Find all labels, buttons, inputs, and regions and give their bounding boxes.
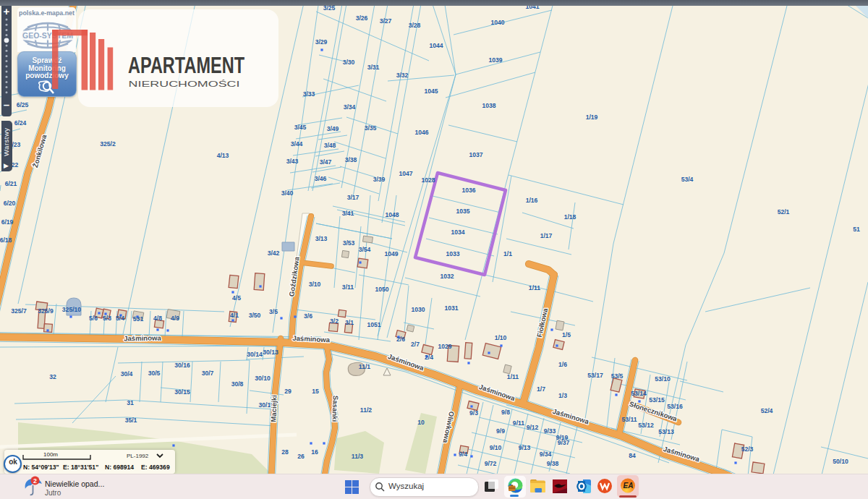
svg-text:1035: 1035 [456, 208, 469, 215]
svg-text:1030: 1030 [411, 306, 425, 313]
svg-text:1048: 1048 [385, 211, 399, 218]
svg-text:53/13: 53/13 [658, 428, 674, 435]
svg-text:1/6: 1/6 [558, 361, 567, 368]
svg-text:50/10: 50/10 [833, 458, 848, 465]
svg-text:30/13: 30/13 [263, 349, 278, 356]
svg-text:1029: 1029 [438, 343, 451, 350]
svg-text:1/10: 1/10 [495, 334, 507, 341]
svg-text:3/10: 3/10 [309, 281, 321, 288]
svg-text:30/7: 30/7 [202, 370, 214, 377]
svg-text:2/4: 2/4 [425, 354, 433, 361]
svg-text:6/19: 6/19 [1, 218, 14, 226]
svg-text:3/33: 3/33 [303, 90, 315, 98]
svg-text:3/29: 3/29 [315, 38, 328, 46]
svg-text:32: 32 [49, 373, 56, 380]
svg-text:53/11: 53/11 [621, 416, 637, 423]
svg-text:52/3: 52/3 [741, 445, 754, 453]
svg-text:1032: 1032 [440, 273, 454, 280]
svg-text:4/8: 4/8 [153, 315, 162, 322]
svg-text:1/1: 1/1 [503, 250, 512, 257]
svg-text:1047: 1047 [399, 170, 412, 177]
svg-text:30/5: 30/5 [148, 370, 161, 377]
svg-text:2/7: 2/7 [411, 341, 420, 348]
svg-text:3/54: 3/54 [359, 246, 371, 253]
svg-text:3/31: 3/31 [367, 64, 380, 71]
svg-text:6/18: 6/18 [0, 236, 12, 244]
svg-text:1/19: 1/19 [586, 114, 598, 121]
svg-text:3/13: 3/13 [315, 235, 328, 242]
svg-text:53/12: 53/12 [638, 422, 654, 429]
svg-text:9/4: 9/4 [459, 451, 467, 458]
svg-text:3/35: 3/35 [365, 124, 377, 132]
svg-text:1034: 1034 [451, 229, 464, 236]
svg-text:1050: 1050 [375, 286, 388, 293]
svg-text:5/6: 5/6 [89, 315, 98, 322]
svg-text:9/33: 9/33 [544, 427, 556, 435]
svg-text:3/45: 3/45 [294, 124, 307, 131]
svg-text:3/42: 3/42 [268, 250, 280, 257]
svg-text:E: 469369: E: 469369 [141, 464, 170, 471]
svg-text:52/1: 52/1 [778, 208, 790, 216]
svg-text:3/41: 3/41 [342, 210, 354, 217]
svg-text:30/16: 30/16 [174, 362, 190, 369]
svg-text:3/38: 3/38 [345, 156, 357, 163]
svg-text:53/10: 53/10 [655, 375, 671, 383]
svg-text:3/47: 3/47 [320, 158, 332, 166]
svg-text:1039: 1039 [488, 56, 502, 64]
svg-text:325/9: 325/9 [38, 307, 54, 315]
svg-text:3/53: 3/53 [343, 239, 355, 247]
svg-text:53/15: 53/15 [649, 396, 665, 404]
svg-text:1/18: 1/18 [564, 213, 576, 221]
svg-text:3/5: 3/5 [269, 308, 278, 315]
svg-text:4/5: 4/5 [232, 294, 241, 302]
svg-text:3/28: 3/28 [409, 22, 421, 29]
svg-text:N: 698914: N: 698914 [105, 464, 134, 471]
svg-text:3/27: 3/27 [380, 17, 392, 25]
svg-text:9/37: 9/37 [558, 439, 570, 446]
svg-text:100m: 100m [43, 451, 58, 458]
svg-text:3/11: 3/11 [342, 283, 354, 291]
svg-text:5/4: 5/4 [116, 315, 124, 322]
svg-text:30/10: 30/10 [255, 375, 271, 382]
svg-text:1033: 1033 [446, 250, 459, 257]
svg-text:3/39: 3/39 [373, 176, 386, 183]
svg-text:9/10: 9/10 [490, 444, 502, 451]
svg-text:3/26: 3/26 [356, 14, 368, 22]
svg-text:6/20: 6/20 [4, 200, 16, 207]
svg-text:11/1: 11/1 [359, 363, 370, 370]
svg-text:53/5: 53/5 [611, 372, 624, 380]
svg-text:29: 29 [284, 388, 292, 395]
svg-text:15: 15 [312, 388, 319, 395]
svg-text:Sasanki: Sasanki [331, 396, 339, 422]
svg-text:3/32: 3/32 [396, 72, 409, 79]
svg-text:35/1: 35/1 [125, 417, 137, 424]
svg-text:9/3: 9/3 [469, 409, 478, 417]
svg-text:3/6: 3/6 [304, 312, 312, 320]
svg-text:1/11: 1/11 [529, 284, 540, 291]
svg-text:3/40: 3/40 [281, 189, 294, 197]
svg-text:1040: 1040 [490, 19, 504, 26]
svg-text:1045: 1045 [424, 88, 438, 95]
svg-text:16: 16 [311, 448, 318, 456]
svg-text:PL-1992: PL-1992 [127, 453, 149, 459]
svg-text:9/38: 9/38 [547, 460, 559, 467]
svg-text:325/2: 325/2 [100, 140, 116, 148]
svg-text:3/1: 3/1 [345, 319, 354, 326]
svg-text:9/9: 9/9 [496, 427, 505, 435]
svg-text:84: 84 [629, 452, 636, 459]
svg-text:6/21: 6/21 [5, 180, 17, 187]
svg-text:9/72: 9/72 [485, 460, 497, 467]
svg-text:1036: 1036 [461, 187, 475, 194]
svg-text:10: 10 [417, 419, 425, 426]
svg-text:4/13: 4/13 [217, 152, 229, 159]
svg-text:E: 18°31'51": E: 18°31'51" [63, 464, 98, 471]
svg-text:1049: 1049 [384, 250, 398, 257]
svg-text:6/25: 6/25 [17, 101, 29, 108]
svg-text:30/15: 30/15 [174, 388, 190, 396]
svg-text:26: 26 [297, 453, 305, 460]
svg-text:9/34: 9/34 [540, 451, 552, 458]
svg-text:3/50: 3/50 [249, 312, 261, 319]
svg-text:31: 31 [127, 399, 134, 406]
svg-text:N: 54°09'13": N: 54°09'13" [23, 464, 59, 471]
svg-text:9/12: 9/12 [527, 424, 539, 431]
